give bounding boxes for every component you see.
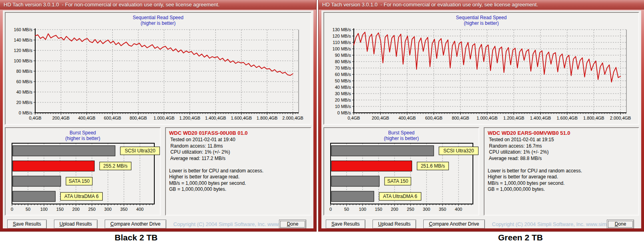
svg-text:20 MB/s: 20 MB/s: [16, 100, 33, 105]
svg-text:80 MB/s: 80 MB/s: [16, 69, 33, 74]
chart-title: Sequential Read Speed: [324, 15, 638, 20]
svg-text:30 MB/s: 30 MB/s: [335, 91, 351, 96]
svg-text:250: 250: [88, 207, 96, 212]
svg-text:350: 350: [439, 207, 446, 212]
hdtach-window-green: HD Tach version 3.0.1.0 - For non-commer…: [319, 0, 644, 231]
copyright-text: Copyright (C) 2004 Simpli Software, Inc.…: [173, 221, 279, 227]
drive-info-panel: WDC WD20 EARS-00MVWB0 51.0 Tested on 201…: [484, 127, 639, 216]
svg-text:1.600,4GB: 1.600,4GB: [556, 116, 578, 120]
button-row: Save Results Upload Results Compare Anot…: [323, 218, 639, 228]
chart-subtitle: (higher is better): [324, 20, 638, 26]
svg-text:SATA 150: SATA 150: [387, 178, 409, 184]
compare-another-drive-button[interactable]: Compare Another Drive: [105, 220, 166, 229]
sequential-read-title: Sequential Read Speed (higher is better): [324, 13, 638, 26]
svg-text:60 MB/s: 60 MB/s: [335, 72, 351, 77]
chart-title: Burst Speed: [324, 130, 479, 136]
burst-speed-panel: Burst Speed (higher is better) 050100150…: [323, 127, 479, 216]
svg-text:600,4GB: 600,4GB: [425, 116, 442, 120]
svg-text:1.200,4GB: 1.200,4GB: [179, 116, 200, 120]
svg-text:80 MB/s: 80 MB/s: [335, 59, 351, 64]
svg-text:0,4GB: 0,4GB: [347, 116, 360, 120]
svg-text:110 MB/s: 110 MB/s: [333, 40, 351, 45]
copyright-text: Copyright (C) 2004 Simpli Software, Inc.…: [492, 221, 607, 227]
svg-text:0: 0: [329, 207, 332, 212]
svg-text:250: 250: [407, 207, 414, 212]
chart-subtitle: (higher is better): [324, 136, 479, 141]
svg-text:350: 350: [120, 207, 128, 212]
burst-speed-panel: Burst Speed (higher is better) 050100150…: [5, 127, 161, 216]
svg-text:1.800,4GB: 1.800,4GB: [257, 116, 278, 120]
svg-text:0 MB/s: 0 MB/s: [337, 110, 351, 115]
svg-text:SATA 150: SATA 150: [69, 178, 90, 184]
chart-subtitle: (higher is better): [6, 20, 311, 26]
drive-name: WDC WD20 01FASS-00U0B 01.0: [169, 130, 307, 136]
svg-text:20 MB/s: 20 MB/s: [335, 98, 351, 102]
button-row: Save Results Upload Results Compare Anot…: [5, 218, 311, 228]
drive-info-lines: Tested on 2011-02-01 at 19:15 Random acc…: [488, 137, 635, 193]
svg-text:40 MB/s: 40 MB/s: [335, 85, 351, 90]
svg-text:120 MB/s: 120 MB/s: [14, 48, 33, 53]
svg-text:1.000,4GB: 1.000,4GB: [154, 116, 175, 120]
svg-text:2.000,4GB: 2.000,4GB: [610, 116, 631, 120]
svg-text:200: 200: [72, 207, 80, 212]
svg-text:50: 50: [26, 207, 30, 212]
chart-subtitle: (higher is better): [6, 136, 160, 141]
svg-text:251.6 MB/s: 251.6 MB/s: [421, 163, 445, 169]
client-area: Sequential Read Speed (higher is better)…: [3, 10, 313, 228]
sequential-read-panel: Sequential Read Speed (higher is better)…: [323, 12, 639, 125]
svg-text:SCSI Ultra320: SCSI Ultra320: [125, 148, 156, 154]
svg-text:100: 100: [359, 207, 366, 212]
sequential-read-panel: Sequential Read Speed (higher is better)…: [5, 12, 311, 125]
svg-text:200: 200: [391, 207, 398, 212]
drive-info-panel: WDC WD20 01FASS-00U0B 01.0 Tested on 201…: [165, 127, 311, 216]
svg-text:1.800,4GB: 1.800,4GB: [583, 116, 604, 120]
done-button[interactable]: Done: [607, 220, 634, 229]
svg-text:150: 150: [375, 207, 382, 212]
save-results-button[interactable]: Save Results: [326, 220, 365, 229]
sequential-read-chart: 0 MB/s20 MB/s40 MB/s60 MB/s80 MB/s100 MB…: [6, 26, 311, 122]
burst-speed-chart: 050100150200250300350400SCSI Ultra320255…: [6, 142, 160, 214]
title-bar[interactable]: HD Tach version 3.0.1.0 - For non-commer…: [0, 0, 316, 10]
svg-text:ATA UltraDMA 6: ATA UltraDMA 6: [383, 194, 417, 199]
title-bar[interactable]: HD Tach version 3.0.1.0 - For non-commer…: [319, 0, 644, 10]
svg-text:160 MB/s: 160 MB/s: [14, 27, 33, 32]
svg-text:60 MB/s: 60 MB/s: [16, 79, 33, 84]
svg-text:0 MB/s: 0 MB/s: [19, 110, 33, 115]
svg-text:1.200,4GB: 1.200,4GB: [503, 116, 524, 120]
svg-text:800,4GB: 800,4GB: [130, 116, 147, 120]
svg-text:400,4GB: 400,4GB: [399, 116, 416, 120]
upload-results-button[interactable]: Upload Results: [54, 220, 98, 229]
svg-text:400,4GB: 400,4GB: [78, 116, 95, 120]
svg-text:50 MB/s: 50 MB/s: [335, 78, 351, 83]
svg-text:100 MB/s: 100 MB/s: [14, 58, 33, 63]
svg-text:400: 400: [136, 207, 144, 212]
svg-text:800,4GB: 800,4GB: [452, 116, 469, 120]
svg-text:1.400,4GB: 1.400,4GB: [205, 116, 226, 120]
svg-text:SCSI Ultra320: SCSI Ultra320: [443, 148, 474, 154]
burst-speed-title: Burst Speed (higher is better): [324, 128, 479, 142]
svg-text:40 MB/s: 40 MB/s: [16, 90, 33, 94]
compare-another-drive-button[interactable]: Compare Another Drive: [423, 220, 484, 229]
svg-text:120 MB/s: 120 MB/s: [333, 34, 351, 38]
svg-text:255.2 MB/s: 255.2 MB/s: [103, 163, 128, 169]
svg-text:130 MB/s: 130 MB/s: [333, 27, 351, 32]
done-button[interactable]: Done: [279, 220, 306, 229]
svg-text:140 MB/s: 140 MB/s: [14, 38, 33, 42]
save-results-button[interactable]: Save Results: [7, 220, 47, 229]
caption-black-2tb: Black 2 TB: [0, 233, 294, 245]
upload-results-button[interactable]: Upload Results: [373, 220, 416, 229]
svg-text:70 MB/s: 70 MB/s: [335, 66, 351, 70]
svg-text:50: 50: [344, 207, 349, 212]
svg-text:0,4GB: 0,4GB: [29, 116, 41, 120]
sequential-read-title: Sequential Read Speed (higher is better): [6, 13, 311, 26]
svg-text:2.000,4GB: 2.000,4GB: [282, 116, 303, 120]
svg-text:200,4GB: 200,4GB: [372, 116, 389, 120]
burst-speed-title: Burst Speed (higher is better): [6, 128, 160, 142]
svg-text:ATA UltraDMA 6: ATA UltraDMA 6: [64, 194, 99, 199]
svg-text:400: 400: [455, 207, 462, 212]
svg-text:100 MB/s: 100 MB/s: [333, 46, 351, 51]
chart-title: Burst Speed: [6, 130, 160, 136]
svg-text:0: 0: [11, 207, 13, 212]
svg-text:1.400,4GB: 1.400,4GB: [530, 116, 551, 120]
svg-text:1.600,4GB: 1.600,4GB: [231, 116, 252, 120]
